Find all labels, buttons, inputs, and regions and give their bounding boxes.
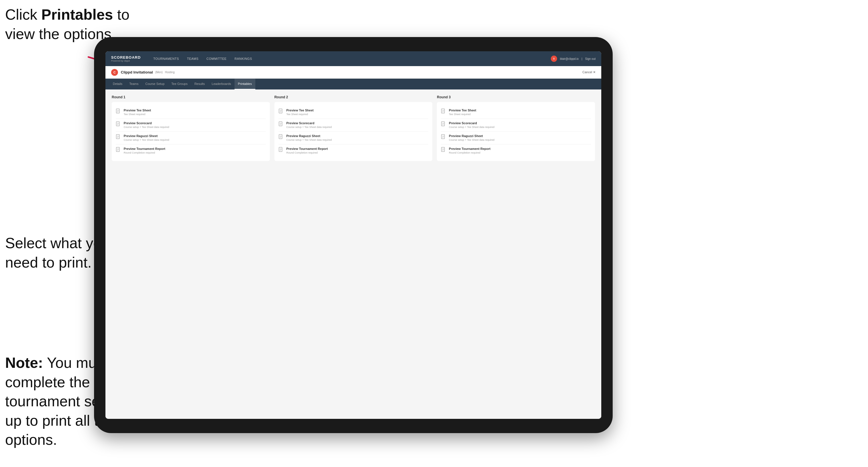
round3-tee-sheet[interactable]: Preview Tee Sheet Tee Sheet required <box>441 106 591 119</box>
round-1-section: Round 1 Preview Tee Sheet Tee S <box>112 95 270 161</box>
round2-scorecard-title: Preview Scorecard <box>286 121 332 125</box>
document-icon-12 <box>441 147 446 153</box>
rounds-grid: Round 1 Preview Tee Sheet Tee S <box>112 95 595 161</box>
round1-tournament-report-text: Preview Tournament Report Round Completi… <box>124 147 165 155</box>
round2-tournament-report-subtitle: Round Completion required <box>286 151 328 155</box>
round-3-title: Round 3 <box>437 95 595 99</box>
round1-scorecard[interactable]: Preview Scorecard Course setup + Tee She… <box>116 119 266 132</box>
document-icon-4 <box>116 147 121 153</box>
sub-header-badge: (Men) <box>155 71 163 74</box>
round1-tee-sheet-title: Preview Tee Sheet <box>124 108 151 112</box>
round-3-card: Preview Tee Sheet Tee Sheet required <box>437 102 595 161</box>
round3-tournament-report[interactable]: Preview Tournament Report Round Completi… <box>441 145 591 157</box>
round1-tournament-report-title: Preview Tournament Report <box>124 147 165 151</box>
document-icon-3 <box>116 134 121 140</box>
round-2-section: Round 2 Preview Tee Sheet Tee S <box>274 95 433 161</box>
round1-tee-sheet-text: Preview Tee Sheet Tee Sheet required <box>124 108 151 116</box>
sub-header-status: Hosting <box>165 71 175 74</box>
round1-scorecard-title: Preview Scorecard <box>124 121 169 125</box>
round1-scorecard-text: Preview Scorecard Course setup + Tee She… <box>124 121 169 129</box>
round1-tee-sheet-subtitle: Tee Sheet required <box>124 113 151 116</box>
round3-tee-sheet-title: Preview Tee Sheet <box>449 108 476 112</box>
nav-user-email: blair@clippd.io <box>560 57 579 60</box>
tab-details[interactable]: Details <box>110 79 126 90</box>
nav-brand-title: SCOREBOARD <box>111 55 141 60</box>
round1-tournament-report[interactable]: Preview Tournament Report Round Completi… <box>116 145 266 157</box>
round2-raguzzi-subtitle: Course setup + Tee Sheet data required <box>286 138 332 142</box>
document-icon-6 <box>278 121 283 127</box>
tab-teams[interactable]: Teams <box>126 79 142 90</box>
document-icon-5 <box>278 108 283 114</box>
cancel-button[interactable]: Cancel ✕ <box>583 70 596 74</box>
document-icon-2 <box>116 121 121 127</box>
round3-tournament-report-title: Preview Tournament Report <box>449 147 490 151</box>
round3-raguzzi-title: Preview Raguzzi Sheet <box>449 134 494 138</box>
sub-header-logo: C <box>111 69 118 76</box>
round2-raguzzi-title: Preview Raguzzi Sheet <box>286 134 332 138</box>
round3-raguzzi[interactable]: Preview Raguzzi Sheet Course setup + Tee… <box>441 132 591 145</box>
document-icon-10 <box>441 121 446 127</box>
document-icon-7 <box>278 134 283 140</box>
nav-separator: | <box>582 57 583 60</box>
round2-tee-sheet-subtitle: Tee Sheet required <box>286 113 314 116</box>
round1-tournament-report-subtitle: Round Completion required <box>124 151 165 155</box>
tab-bar: Details Teams Course Setup Tee Groups Re… <box>105 79 601 90</box>
nav-brand: SCOREBOARD Powered by clippd <box>111 55 141 62</box>
round3-scorecard-subtitle: Course setup + Tee Sheet data required <box>449 126 494 129</box>
top-nav: SCOREBOARD Powered by clippd TOURNAMENTS… <box>105 51 601 66</box>
round3-scorecard[interactable]: Preview Scorecard Course setup + Tee She… <box>441 119 591 132</box>
round1-tee-sheet[interactable]: Preview Tee Sheet Tee Sheet required <box>116 106 266 119</box>
round3-scorecard-title: Preview Scorecard <box>449 121 494 125</box>
tab-printables[interactable]: Printables <box>235 79 255 90</box>
round2-tournament-report[interactable]: Preview Tournament Report Round Completi… <box>278 145 429 157</box>
round2-scorecard[interactable]: Preview Scorecard Course setup + Tee She… <box>278 119 429 132</box>
round-2-title: Round 2 <box>274 95 433 99</box>
round2-tee-sheet[interactable]: Preview Tee Sheet Tee Sheet required <box>278 106 429 119</box>
tab-results[interactable]: Results <box>191 79 208 90</box>
round3-raguzzi-subtitle: Course setup + Tee Sheet data required <box>449 138 494 142</box>
round-1-card: Preview Tee Sheet Tee Sheet required <box>112 102 270 161</box>
nav-right: B blair@clippd.io | Sign out <box>551 56 596 62</box>
round3-tee-sheet-subtitle: Tee Sheet required <box>449 113 476 116</box>
tablet-frame: SCOREBOARD Powered by clippd TOURNAMENTS… <box>94 37 613 433</box>
nav-link-rankings[interactable]: RANKINGS <box>230 51 256 66</box>
nav-brand-sub: Powered by clippd <box>111 60 141 62</box>
round-3-section: Round 3 Preview Tee Sheet Tee S <box>437 95 595 161</box>
round1-raguzzi-text: Preview Raguzzi Sheet Course setup + Tee… <box>124 134 169 142</box>
sub-header: C Clippd Invitational (Men) Hosting Canc… <box>105 66 601 79</box>
round2-scorecard-subtitle: Course setup + Tee Sheet data required <box>286 126 332 129</box>
round-1-title: Round 1 <box>112 95 270 99</box>
round1-raguzzi-subtitle: Course setup + Tee Sheet data required <box>124 138 169 142</box>
tab-course-setup[interactable]: Course Setup <box>142 79 168 90</box>
sub-header-title: Clippd Invitational <box>121 70 153 74</box>
main-content: Round 1 Preview Tee Sheet Tee S <box>105 90 601 419</box>
tablet-screen: SCOREBOARD Powered by clippd TOURNAMENTS… <box>105 51 601 419</box>
tab-leaderboards[interactable]: Leaderboards <box>208 79 235 90</box>
document-icon-11 <box>441 134 446 140</box>
round3-tournament-report-subtitle: Round Completion required <box>449 151 490 155</box>
round-2-card: Preview Tee Sheet Tee Sheet required <box>274 102 433 161</box>
round2-tournament-report-title: Preview Tournament Report <box>286 147 328 151</box>
nav-links: TOURNAMENTS TEAMS COMMITTEE RANKINGS <box>149 51 551 66</box>
round1-scorecard-subtitle: Course setup + Tee Sheet data required <box>124 126 169 129</box>
nav-link-tournaments[interactable]: TOURNAMENTS <box>149 51 183 66</box>
round1-raguzzi[interactable]: Preview Raguzzi Sheet Course setup + Tee… <box>116 132 266 145</box>
document-icon-8 <box>278 147 283 153</box>
round2-raguzzi[interactable]: Preview Raguzzi Sheet Course setup + Tee… <box>278 132 429 145</box>
document-icon <box>116 108 121 114</box>
document-icon-9 <box>441 108 446 114</box>
tab-tee-groups[interactable]: Tee Groups <box>168 79 191 90</box>
round1-raguzzi-title: Preview Raguzzi Sheet <box>124 134 169 138</box>
nav-link-committee[interactable]: COMMITTEE <box>203 51 231 66</box>
nav-avatar: B <box>551 56 557 62</box>
round2-tee-sheet-title: Preview Tee Sheet <box>286 108 314 112</box>
nav-link-teams[interactable]: TEAMS <box>183 51 202 66</box>
nav-signout[interactable]: Sign out <box>585 57 596 60</box>
